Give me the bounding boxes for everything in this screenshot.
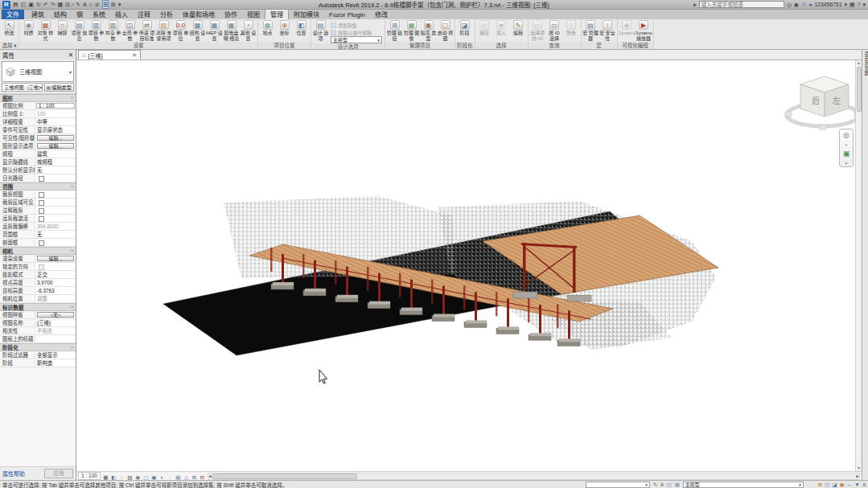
button-modify[interactable]: ↖修改 (1, 20, 18, 36)
property-value[interactable]: 1 : 100 (36, 103, 75, 109)
property-value[interactable]: {三维} (35, 319, 76, 326)
reveal-constraints-icon[interactable]: ⊟ (199, 473, 206, 480)
ribbon-tab-collaborate[interactable]: 协作 (220, 9, 242, 19)
steering-wheel-icon[interactable]: ◎ (843, 131, 849, 139)
property-edit-button[interactable]: 编辑... (37, 256, 74, 261)
show-analytical-model-icon[interactable]: △ (183, 473, 190, 480)
help-icon[interactable]: ? (858, 2, 861, 8)
button-phases[interactable]: ◪阶段 (456, 20, 473, 36)
button-edit-selection[interactable]: ✎编辑 (510, 20, 527, 36)
button-ids-of-selection[interactable]: ▭选择项 的 ID (529, 20, 546, 41)
button-coordinates[interactable]: ⊕坐标 (276, 20, 293, 36)
ribbon-tab-view[interactable]: 视图 (242, 9, 265, 19)
ribbon-group-label[interactable]: 设置 (19, 42, 257, 49)
highlight-displacement-sets-icon[interactable]: ⊞ (191, 473, 198, 480)
rendering-dialog-icon[interactable]: ◉ (134, 473, 142, 480)
property-value[interactable]: 显示原状态 (35, 126, 76, 133)
worksharing-display-icon[interactable]: ◫ (666, 482, 671, 488)
property-value[interactable]: -6.3763 (35, 287, 76, 294)
viewcube-face-back[interactable]: 后 (812, 96, 820, 105)
button-snaps[interactable]: ∩捕捉 (54, 20, 71, 36)
instance-selector[interactable]: 三维视图: {三维} ▾ (2, 83, 43, 92)
property-edit-button[interactable]: 编辑... (37, 143, 74, 149)
property-checkbox[interactable] (39, 216, 44, 222)
user-avatar-icon[interactable]: ● (808, 2, 812, 8)
horizontal-scrollbar[interactable]: ◀ ▶ (208, 473, 860, 480)
ribbon-tab-fuzor-plugin[interactable]: Fuzor Plugin (324, 10, 370, 19)
ribbon-tab-modify[interactable]: 修改 (370, 9, 393, 19)
select-links-icon[interactable]: ⊞ (818, 482, 822, 488)
zoom-tool-icon[interactable]: ▣ (843, 150, 850, 158)
button-project-units[interactable]: 0.0项目 单位 (172, 20, 189, 41)
shadows-icon[interactable]: ▧ (126, 473, 134, 480)
property-value[interactable]: 建筑 (35, 150, 76, 158)
button-starting-view[interactable]: ▢启动 视图 (437, 20, 454, 41)
property-value[interactable]: 全部显示 (35, 351, 76, 359)
vertical-scroll-thumb[interactable] (857, 67, 862, 112)
file-menu-icon[interactable]: ▤ (13, 1, 19, 8)
help-caret-icon[interactable]: ▾ (862, 2, 866, 8)
property-value[interactable]: 3.9700 (35, 279, 76, 286)
ribbon-group-label[interactable]: 可视化编程 (618, 42, 653, 49)
ribbon-tab-insert[interactable]: 插入 (110, 9, 133, 19)
detail-level-icon[interactable]: ▦ (102, 473, 109, 480)
search-expand-icon[interactable]: ▸ (693, 2, 697, 8)
sun-path-icon[interactable]: ○ (118, 473, 125, 480)
property-value[interactable]: 中等 (35, 118, 76, 125)
ribbon-tab-steel[interactable]: 钢 (72, 9, 88, 19)
select-underlay-elements-icon[interactable]: ◫ (825, 482, 829, 488)
property-checkbox[interactable] (39, 192, 44, 198)
project-browser-collapsed[interactable]: 项目浏览器 (862, 50, 868, 480)
property-checkbox[interactable] (39, 208, 44, 214)
sign-in-icon[interactable]: ◉ (794, 2, 799, 8)
button-location[interactable]: ◍地点 (259, 20, 276, 36)
property-value[interactable]: 调整 (35, 295, 76, 302)
worksets-dropdown[interactable]: ▾ (586, 482, 650, 488)
property-value[interactable] (35, 335, 76, 342)
button-design-options[interactable]: ▤设计 选项 (312, 20, 329, 41)
button-project-information[interactable]: ▤项目 信息 (71, 20, 88, 41)
property-value[interactable]: 无 (35, 231, 76, 238)
property-checkbox[interactable] (39, 240, 44, 246)
temporary-view-properties-icon[interactable]: ▤ (175, 473, 182, 480)
select-elements-by-face-icon[interactable]: ▣ (840, 482, 845, 488)
select-pinned-elements-icon[interactable]: ◪ (832, 482, 837, 488)
design-options-icon[interactable]: ▤ (675, 482, 680, 488)
app-store-icon[interactable]: ▦ (849, 2, 855, 8)
property-edit-button[interactable]: 编辑... (37, 135, 74, 141)
measure-icon[interactable]: ⊟ (65, 1, 70, 8)
zoom-caret-icon[interactable]: ▾ (845, 162, 848, 165)
section-header[interactable]: 图形^ (0, 94, 76, 102)
search-icon[interactable]: ◎ (787, 2, 792, 8)
button-panel-schedule-templates[interactable]: ▦配电盘明 细表 (223, 20, 240, 41)
view-scale-control[interactable]: 1 : 100 (78, 472, 101, 480)
button-pick-to-edit[interactable]: ⊟拾取以进行编辑 (331, 29, 382, 35)
property-edit-button[interactable]: <无> (37, 312, 74, 318)
ribbon-tab-massing-site[interactable]: 体量和场地 (178, 9, 220, 19)
tag-by-category-icon[interactable]: ✎ (76, 1, 80, 8)
scroll-down-icon[interactable]: ▼ (857, 465, 861, 471)
button-global-parameters[interactable]: ◫全局 参数 (121, 20, 138, 41)
type-selector[interactable]: 三维视图 ▾ (2, 61, 74, 82)
ribbon-tab-file[interactable]: 文件 (2, 9, 24, 19)
ribbon-tab-structure[interactable]: 结构 (49, 9, 72, 19)
property-checkbox[interactable] (39, 265, 44, 270)
aligned-dimension-icon[interactable]: ∕ (72, 1, 73, 8)
ribbon-group-label[interactable]: 查询 (529, 42, 581, 49)
thin-lines-icon[interactable]: ☰ (102, 0, 109, 9)
button-manage-images[interactable]: ▦管理 图像 (403, 20, 420, 41)
drawing-area[interactable]: 后 左 ◎ ▾ ▣ ▾ (76, 60, 855, 471)
ribbon-group-label[interactable]: 选择 (475, 42, 528, 49)
view-tab-close-icon[interactable]: ✕ (132, 52, 137, 59)
crop-view-icon[interactable]: ▢ (142, 473, 150, 480)
section-header[interactable]: 相机^ (0, 247, 76, 255)
property-value[interactable]: 新构造 (35, 359, 76, 367)
redo-icon[interactable]: ↷ (51, 1, 56, 8)
property-value[interactable]: 无 (35, 166, 76, 174)
button-position[interactable]: ◧位置 (293, 20, 310, 36)
button-load-selection[interactable]: ▰载入 (493, 20, 510, 36)
editing-requests-icon[interactable]: ✎ (653, 482, 657, 488)
temporary-hide-isolate-icon[interactable]: ◐ (158, 473, 166, 480)
ribbon-group-label[interactable]: 管理项目 (385, 42, 455, 49)
ribbon-group-label[interactable]: 阶段化 (455, 42, 475, 49)
